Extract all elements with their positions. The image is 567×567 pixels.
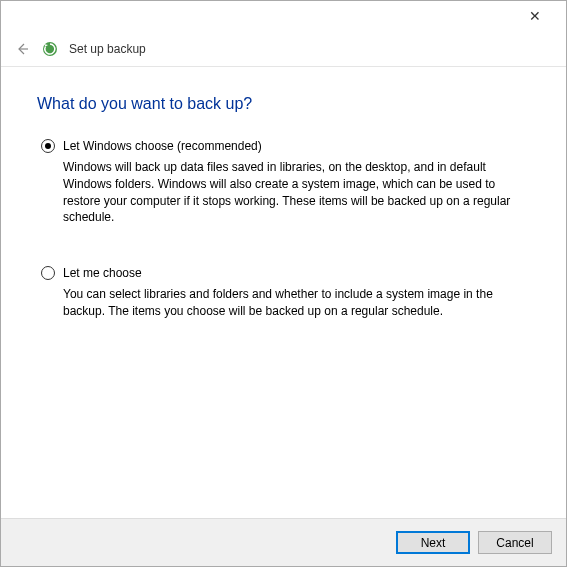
option-let-windows-choose: Let Windows choose (recommended) Windows… (37, 139, 530, 226)
close-button[interactable]: ✕ (516, 4, 554, 28)
backup-app-icon (41, 40, 59, 58)
option-description: Windows will back up data files saved in… (41, 159, 530, 226)
option-description: You can select libraries and folders and… (41, 286, 530, 320)
wizard-title: Set up backup (69, 42, 146, 56)
radio-label: Let Windows choose (recommended) (63, 139, 262, 153)
wizard-header: Set up backup (1, 31, 566, 67)
next-button[interactable]: Next (396, 531, 470, 554)
radio-icon (41, 266, 55, 280)
radio-let-me-choose[interactable]: Let me choose (41, 266, 530, 280)
back-button[interactable] (13, 40, 31, 58)
titlebar: ✕ (1, 1, 566, 31)
content-area: What do you want to back up? Let Windows… (1, 67, 566, 320)
cancel-button[interactable]: Cancel (478, 531, 552, 554)
radio-icon (41, 139, 55, 153)
wizard-footer: Next Cancel (1, 518, 566, 566)
option-let-me-choose: Let me choose You can select libraries a… (37, 266, 530, 320)
close-icon: ✕ (529, 8, 541, 24)
radio-label: Let me choose (63, 266, 142, 280)
radio-let-windows-choose[interactable]: Let Windows choose (recommended) (41, 139, 530, 153)
page-heading: What do you want to back up? (37, 95, 530, 113)
back-arrow-icon (14, 41, 30, 57)
